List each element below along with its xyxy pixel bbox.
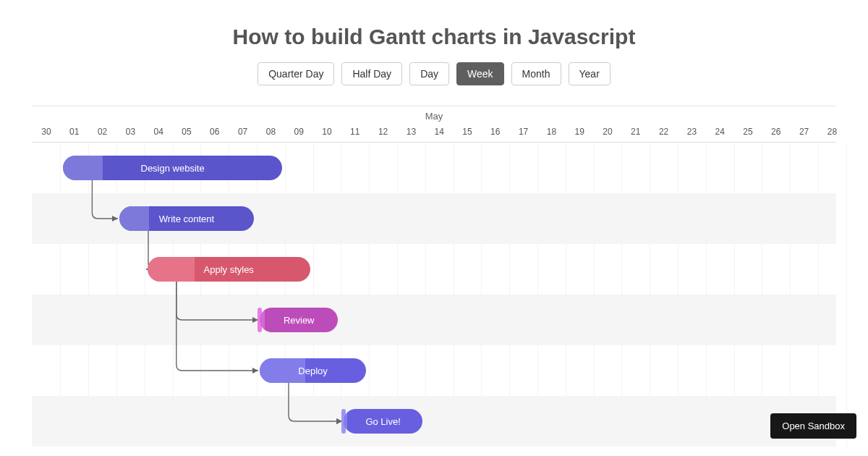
day-header: 25 <box>743 127 752 137</box>
day-header: 03 <box>126 127 135 137</box>
day-header: 30 <box>41 127 51 137</box>
day-header: 12 <box>378 127 388 137</box>
day-header: 13 <box>407 127 416 137</box>
day-header: 10 <box>322 127 331 137</box>
bar-progress <box>63 156 102 180</box>
open-sandbox-button[interactable]: Open Sandbox <box>770 413 856 439</box>
month-label: May <box>32 111 836 122</box>
day-header: 05 <box>182 127 191 137</box>
day-header: 06 <box>210 127 219 137</box>
day-header: 09 <box>294 127 304 137</box>
day-header: 04 <box>154 127 163 137</box>
bar-label: Review <box>284 315 315 326</box>
bar-label: Deploy <box>298 366 327 376</box>
view-btn-day[interactable]: Day <box>409 62 449 85</box>
day-header: 07 <box>238 127 247 137</box>
bar-label: Apply styles <box>204 264 254 275</box>
bar-label: Design website <box>141 163 205 174</box>
day-header: 17 <box>519 127 528 137</box>
day-header: 15 <box>462 127 472 137</box>
gantt-bar-t4[interactable]: Review <box>260 308 338 332</box>
view-switcher: Quarter DayHalf DayDayWeekMonthYear <box>0 62 868 85</box>
bar-label: Write content <box>159 214 214 224</box>
gantt-bar-t5[interactable]: Deploy <box>260 358 366 383</box>
gantt-chart: May 300102030405060708091011121314151617… <box>32 106 836 447</box>
bar-label: Go Live! <box>365 416 400 427</box>
gantt-body: Design websiteWrite contentApply stylesR… <box>32 143 836 447</box>
view-btn-quarter-day[interactable]: Quarter Day <box>258 62 334 85</box>
day-header: 18 <box>547 127 556 137</box>
bar-progress <box>119 206 149 231</box>
day-header: 21 <box>631 127 640 137</box>
day-header: 16 <box>490 127 500 137</box>
bar-progress <box>148 257 195 282</box>
day-header: 28 <box>827 127 837 137</box>
gantt-bar-t1[interactable]: Design website <box>63 156 281 180</box>
day-header: 01 <box>69 127 79 137</box>
view-btn-month[interactable]: Month <box>511 62 561 85</box>
view-btn-half-day[interactable]: Half Day <box>341 62 402 85</box>
view-btn-week[interactable]: Week <box>456 62 504 85</box>
gantt-row <box>32 396 836 447</box>
day-header: 14 <box>435 127 444 137</box>
view-btn-year[interactable]: Year <box>569 62 610 85</box>
gantt-bar-t6[interactable]: Go Live! <box>344 409 422 434</box>
gantt-bar-t2[interactable]: Write content <box>119 206 254 231</box>
day-header: 27 <box>799 127 809 137</box>
day-header: 02 <box>98 127 107 137</box>
day-header: 24 <box>715 127 725 137</box>
day-header: 11 <box>350 127 359 137</box>
day-header: 23 <box>687 127 697 137</box>
gantt-row <box>32 345 836 396</box>
day-header: 22 <box>659 127 668 137</box>
page-title: How to build Gantt charts in Javascript <box>0 0 868 62</box>
day-header: 08 <box>266 127 276 137</box>
gantt-row <box>32 295 836 345</box>
gantt-bar-t3[interactable]: Apply styles <box>148 257 310 282</box>
grid-line <box>846 143 847 447</box>
day-header: 26 <box>771 127 780 137</box>
day-row: 3001020304050607080910111213141516171819… <box>32 127 836 141</box>
gantt-header: May 300102030405060708091011121314151617… <box>32 106 836 143</box>
day-header: 19 <box>575 127 584 137</box>
day-header: 20 <box>603 127 612 137</box>
